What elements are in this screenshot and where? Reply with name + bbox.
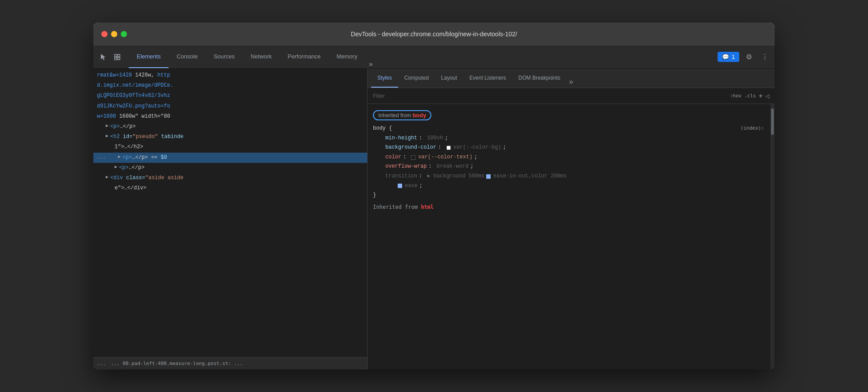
list-item: d9lJKcYw2FU.png?auto=fo [93, 101, 367, 111]
filter-buttons: :hov .cls + ◁ [730, 92, 769, 100]
css-property-line: transition : ▶ background 500ms ease-in-… [373, 172, 769, 181]
css-property-line: min-height : 100vh ; [373, 134, 769, 143]
inherited-html-header: Inherited from html [368, 201, 775, 213]
list-item: ▶ <div class="aside aside [93, 173, 367, 183]
main-content: rmat&w=1428 1428w, http d.imgix.net/imag… [93, 69, 775, 369]
settings-gear-button[interactable]: ⚙ [743, 51, 755, 63]
css-selector-line: body { [373, 124, 769, 134]
toolbar-right: 💬 1 ⚙ ⋮ [718, 51, 771, 63]
list-item: gLQPGtEG3y0fTn4v82/3vhz [93, 91, 367, 101]
transition-checkbox[interactable] [486, 174, 491, 179]
css-property-continuation: ease ; [373, 181, 769, 191]
css-close-brace: } [373, 191, 769, 200]
list-item: w=1600 1600w" width="80 [93, 111, 367, 122]
feedback-icon: 💬 [722, 54, 729, 60]
main-tabs: Elements Console Sources Network Perform… [129, 46, 718, 68]
main-toolbar: Elements Console Sources Network Perform… [93, 46, 775, 69]
css-property-line: background-color : var(--color-bg) ; [373, 143, 769, 153]
list-item: ... ▶ <p> …</p> == $0 [93, 153, 367, 163]
tabs-more-button[interactable]: » [365, 60, 376, 68]
toggle-arrow-button[interactable]: ◁ [765, 93, 769, 99]
minimize-button[interactable] [111, 31, 117, 37]
feedback-count: 1 [732, 54, 735, 60]
inherited-body-highlight: Inherited from body [373, 110, 431, 120]
list-item: ▶ <h2 id="pseudo" tabinde [93, 132, 367, 142]
scrollbar-track[interactable] [770, 104, 775, 369]
add-style-button[interactable]: + [759, 92, 763, 100]
scrollbar-thumb[interactable] [771, 108, 774, 135]
traffic-lights [101, 31, 127, 37]
close-button[interactable] [101, 31, 108, 37]
hov-filter-button[interactable]: :hov [730, 93, 742, 99]
subtab-styles[interactable]: Styles [371, 69, 398, 88]
feedback-badge-button[interactable]: 💬 1 [718, 52, 739, 62]
css-body-rule: (index): body { min-height : 100vh ; [368, 123, 775, 201]
inspect-icon[interactable] [111, 51, 123, 63]
list-item: rmat&w=1428 1428w, http [93, 70, 367, 81]
subtab-event-listeners[interactable]: Event Listeners [463, 69, 512, 88]
tab-network[interactable]: Network [243, 46, 280, 68]
tab-console[interactable]: Console [169, 46, 206, 68]
elements-tree[interactable]: rmat&w=1428 1428w, http d.imgix.net/imag… [93, 69, 367, 357]
styles-subtabs: Styles Computed Layout Event Listeners D… [368, 69, 775, 88]
more-options-button[interactable]: ⋮ [759, 51, 771, 63]
devtools-window: DevTools - developer.chrome.com/blog/new… [93, 23, 775, 369]
tab-elements[interactable]: Elements [129, 46, 169, 68]
maximize-button[interactable] [121, 31, 127, 37]
subtab-computed[interactable]: Computed [398, 69, 435, 88]
list-item: ▶ <p> …</p> [93, 163, 367, 173]
svg-rect-1 [118, 54, 120, 57]
color-swatch-text[interactable] [411, 155, 415, 160]
elements-panel: rmat&w=1428 1428w, http d.imgix.net/imag… [93, 69, 368, 369]
cls-filter-button[interactable]: .cls [744, 93, 756, 99]
inherited-body-header: Inherited from body [368, 108, 775, 123]
tab-sources[interactable]: Sources [206, 46, 243, 68]
ease-checkbox[interactable] [398, 184, 402, 188]
styles-panel: Styles Computed Layout Event Listeners D… [368, 69, 775, 369]
subtabs-more-button[interactable]: » [567, 78, 576, 86]
window-title: DevTools - developer.chrome.com/blog/new… [351, 31, 517, 38]
title-bar: DevTools - developer.chrome.com/blog/new… [93, 23, 775, 46]
list-item: 1">…</h2> [93, 142, 367, 152]
subtab-dom-breakpoints[interactable]: DOM Breakpoints [512, 69, 567, 88]
svg-rect-0 [115, 54, 117, 57]
cursor-icon[interactable] [97, 51, 109, 63]
svg-rect-3 [118, 58, 120, 60]
color-swatch-bg[interactable] [446, 146, 451, 150]
styles-content[interactable]: Inherited from body (index): body { min-… [368, 104, 775, 369]
css-property-line: color : var(--color-text) ; [373, 153, 769, 162]
list-item: e">…</div> [93, 183, 367, 193]
subtab-layout[interactable]: Layout [435, 69, 463, 88]
list-item: ▶ <p> …</p> [93, 122, 367, 132]
tool-icons [97, 51, 123, 63]
breadcrumb: ... ... 00.pad-left-400.measure-long.pos… [93, 357, 367, 369]
styles-filter-bar: :hov .cls + ◁ [368, 88, 775, 104]
tab-performance[interactable]: Performance [280, 46, 328, 68]
css-property-line: overflow-wrap : break-word ; [373, 162, 769, 172]
index-source-link[interactable]: (index): [741, 124, 764, 133]
breadcrumb-text: ... 00.pad-left-400.measure-long.post.st… [111, 361, 243, 366]
filter-input[interactable] [373, 93, 726, 99]
list-item: d.imgix.net/image/dPDCe. [93, 81, 367, 91]
tab-memory[interactable]: Memory [329, 46, 365, 68]
svg-rect-2 [115, 58, 117, 60]
